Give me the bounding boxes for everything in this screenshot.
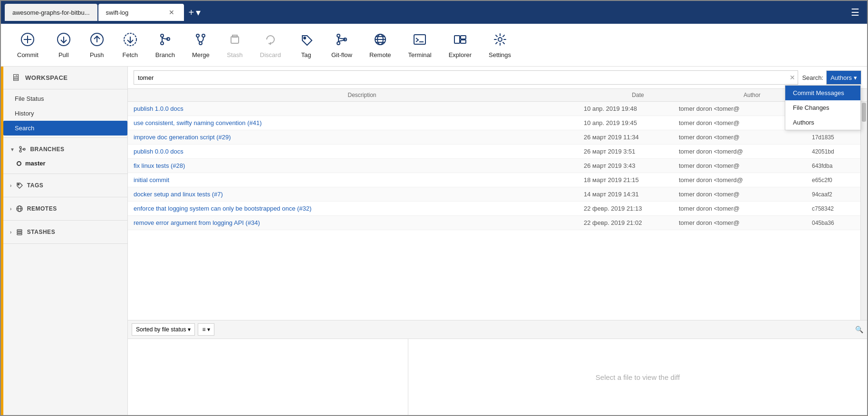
svg-point-19: [337, 34, 340, 37]
tab-label: awesome-graphs-for-bitbu...: [12, 9, 90, 16]
commit-rows: publish 1.0.0 docs 10 апр. 2019 19:48 to…: [128, 102, 860, 320]
menu-button[interactable]: ☰: [847, 7, 863, 18]
commit-description: enforce that logging system can only be …: [134, 205, 584, 212]
search-type-dropdown[interactable]: Authors ▾ Commit Messages File Changes A…: [826, 70, 861, 85]
commit-row[interactable]: enforce that logging system can only be …: [128, 202, 860, 216]
discard-icon: [263, 32, 278, 49]
right-content: ✕ Search: Authors ▾ Commit Messages File…: [128, 67, 867, 415]
commit-table-wrapper: Description Date Author publish 1.0.0 do…: [128, 89, 867, 320]
commit-hash: 643fdba: [812, 163, 855, 169]
merge-button[interactable]: Merge: [183, 24, 218, 66]
commit-row[interactable]: publish 0.0.0 docs 26 март 2019 3:51 tom…: [128, 145, 860, 159]
tags-icon: [16, 182, 23, 189]
svg-point-18: [304, 37, 306, 39]
remote-button[interactable]: Remote: [361, 24, 400, 66]
view-toggle[interactable]: ≡ ▾: [198, 323, 214, 336]
svg-point-10: [161, 42, 164, 45]
remotes-header[interactable]: › REMOTES: [3, 201, 127, 216]
dropdown-item-file-changes[interactable]: File Changes: [785, 100, 860, 115]
toolbar: Commit Pull Push: [1, 24, 867, 67]
commit-author: tomer doron <tomerd@: [679, 148, 812, 155]
stashes-chevron: ›: [10, 230, 12, 235]
svg-rect-30: [454, 36, 460, 43]
tab-close-button[interactable]: ✕: [167, 9, 176, 16]
branch-master[interactable]: master: [3, 157, 127, 170]
pull-button[interactable]: Pull: [47, 24, 80, 66]
stashes-icon: [16, 228, 23, 236]
sidebar: 🖥 WORKSPACE File Status History Search ▼…: [3, 67, 128, 415]
sidebar-item-search[interactable]: Search: [3, 121, 127, 135]
commit-date: 26 март 2019 11:34: [584, 134, 679, 141]
sidebar-item-history[interactable]: History: [3, 106, 127, 121]
terminal-button[interactable]: Terminal: [400, 24, 440, 66]
commit-row[interactable]: docker setup and linux tests (#7) 14 мар…: [128, 187, 860, 202]
diff-panel: Select a file to view the diff: [408, 339, 867, 415]
branch-current-indicator: [17, 161, 21, 166]
commit-row[interactable]: initial commit 18 март 2019 21:15 tomer …: [128, 173, 860, 187]
settings-button[interactable]: Settings: [480, 24, 520, 66]
header-description: Description: [134, 92, 590, 98]
settings-label: Settings: [489, 51, 511, 58]
sidebar-item-file-status[interactable]: File Status: [3, 91, 127, 106]
commit-hash: e65c2f0: [812, 177, 855, 184]
svg-rect-44: [17, 233, 22, 235]
stashes-header[interactable]: › STASHES: [3, 224, 127, 240]
commit-label: Commit: [17, 51, 39, 58]
diff-placeholder: Select a file to view the diff: [596, 373, 680, 381]
commit-description: publish 0.0.0 docs: [134, 148, 584, 155]
stash-button[interactable]: Stash: [218, 24, 251, 66]
commit-scrollbar[interactable]: [860, 102, 867, 320]
branches-header[interactable]: ▼ BRANCHES: [3, 142, 127, 157]
commit-button[interactable]: Commit: [9, 24, 47, 66]
workspace-icon: 🖥: [11, 72, 20, 83]
svg-rect-32: [461, 40, 466, 43]
tab-awesome-graphs[interactable]: awesome-graphs-for-bitbu...: [5, 4, 97, 21]
explorer-button[interactable]: Explorer: [440, 24, 480, 66]
svg-point-33: [498, 38, 502, 41]
dropdown-item-authors[interactable]: Authors: [785, 115, 860, 130]
remotes-section: › REMOTES: [3, 197, 127, 221]
dropdown-item-commit-messages[interactable]: Commit Messages: [785, 86, 860, 100]
svg-rect-28: [414, 35, 425, 44]
svg-rect-43: [17, 232, 22, 233]
tags-chevron: ›: [10, 183, 12, 188]
header-date: Date: [590, 92, 685, 98]
commit-author: tomer doron <tomerd@: [679, 176, 812, 184]
push-button[interactable]: Push: [80, 24, 114, 66]
new-tab-button[interactable]: + ▾: [185, 7, 205, 18]
terminal-label: Terminal: [408, 51, 432, 58]
svg-point-20: [337, 42, 340, 45]
fetch-button[interactable]: Fetch: [114, 24, 147, 66]
commit-description: docker setup and linux tests (#7): [134, 191, 584, 198]
commit-row[interactable]: use consistent, swifty naming convention…: [128, 116, 860, 130]
tags-header[interactable]: › TAGS: [3, 178, 127, 193]
svg-point-35: [19, 150, 21, 152]
svg-point-13: [196, 34, 199, 37]
search-clear-button[interactable]: ✕: [790, 74, 795, 81]
search-input[interactable]: [134, 70, 798, 85]
bottom-search-icon[interactable]: 🔍: [855, 326, 863, 333]
discard-button[interactable]: Discard: [251, 24, 289, 66]
remote-label: Remote: [369, 51, 391, 58]
commit-row[interactable]: remove error argument from logging API (…: [128, 216, 860, 230]
search-type-selector: Search: Authors ▾ Commit Messages File C…: [802, 70, 861, 85]
commit-row[interactable]: improve doc generation script (#29) 26 м…: [128, 130, 860, 145]
branches-section: ▼ BRANCHES master: [3, 138, 127, 174]
commit-date: 18 март 2019 21:15: [584, 176, 679, 184]
bottom-panel: Sorted by file status ▾ ≡ ▾ 🔍 Select a f…: [128, 320, 867, 415]
main-area: 🖥 WORKSPACE File Status History Search ▼…: [1, 67, 867, 415]
sort-label: Sorted by file status: [136, 326, 186, 333]
search-dropdown-menu: Commit Messages File Changes Authors: [785, 85, 861, 130]
branch-button[interactable]: Branch: [147, 24, 183, 66]
svg-point-14: [202, 34, 205, 37]
commit-description: initial commit: [134, 176, 584, 184]
tab-swift-log[interactable]: swift-log ✕: [98, 4, 184, 21]
commit-row[interactable]: fix linux tests (#28) 26 март 2019 3:43 …: [128, 159, 860, 173]
gitflow-button[interactable]: Git-flow: [323, 24, 361, 66]
sort-dropdown[interactable]: Sorted by file status ▾: [132, 323, 195, 336]
commit-date: 22 февр. 2019 21:02: [584, 219, 679, 226]
tag-button[interactable]: Tag: [289, 24, 323, 66]
remotes-label: REMOTES: [27, 205, 57, 212]
commit-row[interactable]: publish 1.0.0 docs 10 апр. 2019 19:48 to…: [128, 102, 860, 116]
search-label: Search:: [802, 74, 823, 81]
